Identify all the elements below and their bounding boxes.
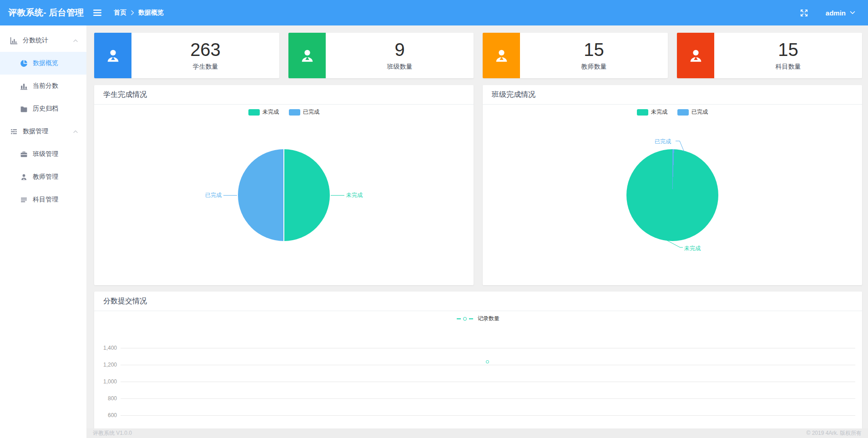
line-data-point[interactable] — [486, 360, 489, 363]
class-completion-chart: 未完成 已完成 已完成 未完成 — [483, 105, 862, 285]
score-submission-chart: 记录数量 1,4001,2001,000800600400 — [94, 311, 862, 438]
grid-line — [121, 415, 855, 416]
footer-copyright: © 2019 4Ark. 版权所有 — [806, 429, 862, 437]
sidebar: 分数统计 数据概览 当前分数 — [0, 25, 86, 438]
user-menu[interactable]: admin — [826, 9, 855, 17]
label-leader-line — [676, 140, 686, 153]
label-leader-line — [331, 195, 344, 196]
chart-title: 班级完成情况 — [483, 85, 862, 105]
sidebar-item-history-archive[interactable]: 历史归档 — [0, 97, 86, 120]
legend-item[interactable]: 未完成 — [248, 108, 279, 116]
y-axis-tick: 1,000 — [99, 378, 117, 385]
legend-line-marker — [457, 318, 461, 319]
person-icon — [483, 33, 520, 78]
sidebar-item-data-overview[interactable]: 数据概览 — [0, 52, 86, 75]
content-area: 263 学生数量 9 班级数量 — [86, 25, 868, 438]
legend-circle-marker — [463, 317, 467, 321]
header-right: admin — [800, 9, 868, 17]
y-axis-tick: 1,200 — [99, 362, 117, 368]
sidebar-item-label: 班级管理 — [33, 150, 58, 158]
hamburger-icon[interactable] — [93, 9, 102, 16]
breadcrumb: 首页 数据概览 — [114, 9, 164, 17]
legend-item[interactable]: 已完成 — [677, 108, 708, 116]
students-count-label: 学生数量 — [193, 63, 218, 71]
bar-chart-icon — [10, 37, 18, 45]
sidebar-item-label: 科目管理 — [33, 196, 58, 204]
breadcrumb-home[interactable]: 首页 — [114, 9, 126, 17]
score-submission-card: 分数提交情况 记录数量 1,4001,2001,000800600400 — [94, 292, 862, 438]
person-icon — [20, 173, 28, 181]
legend-item[interactable]: 已完成 — [289, 108, 319, 116]
subjects-count: 15 — [778, 40, 798, 59]
sidebar-item-current-scores[interactable]: 当前分数 — [0, 75, 86, 97]
chart-legend: 未完成 已完成 — [483, 108, 862, 116]
sidebar-item-label: 教师管理 — [33, 173, 58, 181]
teachers-count: 15 — [584, 40, 604, 59]
pie-chart[interactable] — [238, 149, 330, 241]
chevron-down-icon — [850, 11, 855, 15]
footer: 评教系统 V1.0.0 © 2019 4Ark. 版权所有 — [86, 428, 868, 438]
sidebar-section-score-stats[interactable]: 分数统计 — [0, 29, 86, 52]
pie-chart[interactable] — [626, 149, 718, 241]
label-leader-line — [666, 239, 683, 249]
column-chart-icon — [20, 82, 28, 90]
subjects-count-label: 科目数量 — [776, 63, 801, 71]
grid-line — [121, 365, 855, 365]
pie-slice-label: 已完成 — [655, 138, 671, 146]
sidebar-item-label: 历史归档 — [33, 105, 58, 113]
person-icon — [94, 33, 131, 78]
person-icon — [288, 33, 326, 78]
students-count: 263 — [190, 40, 221, 59]
grid-line — [121, 398, 855, 399]
chevron-right-icon — [131, 10, 134, 15]
briefcase-icon — [20, 151, 28, 158]
student-completion-card: 学生完成情况 未完成 已完成 已完成 未完成 — [94, 85, 474, 285]
person-icon — [677, 33, 714, 78]
legend-swatch — [637, 109, 648, 116]
chart-title: 学生完成情况 — [94, 85, 474, 105]
fullscreen-icon[interactable] — [800, 9, 808, 17]
chart-title: 分数提交情况 — [94, 292, 862, 311]
chevron-up-icon — [73, 39, 78, 43]
label-leader-line — [223, 195, 237, 196]
sidebar-item-teacher-management[interactable]: 教师管理 — [0, 166, 86, 188]
stat-card-classes: 9 班级数量 — [288, 33, 474, 78]
pie-slice-label: 未完成 — [684, 245, 701, 252]
sidebar-section-label: 数据管理 — [23, 127, 48, 136]
grid-line — [121, 382, 855, 382]
sidebar-item-class-management[interactable]: 班级管理 — [0, 143, 86, 166]
legend-swatch — [248, 109, 260, 116]
sidebar-section-data-management[interactable]: 数据管理 — [0, 120, 86, 143]
pie-slice-label: 未完成 — [346, 191, 363, 199]
archive-folder-icon — [20, 105, 28, 113]
grid-line — [121, 348, 855, 348]
student-completion-chart: 未完成 已完成 已完成 未完成 — [94, 105, 474, 285]
app-root: 评教系统- 后台管理 首页 数据概览 admin — [0, 0, 868, 438]
stat-card-subjects: 15 科目数量 — [677, 33, 862, 78]
class-completion-card: 班级完成情况 未完成 已完成 已完成 未完成 — [483, 85, 862, 285]
app-title: 评教系统- 后台管理 — [0, 7, 86, 19]
top-header: 评教系统- 后台管理 首页 数据概览 admin — [0, 0, 868, 25]
sidebar-item-label: 数据概览 — [33, 59, 58, 67]
breadcrumb-current: 数据概览 — [138, 9, 164, 17]
legend-swatch — [677, 109, 689, 116]
stat-card-students: 263 学生数量 — [94, 33, 279, 78]
legend-item[interactable]: 未完成 — [637, 108, 667, 116]
pie-chart-icon — [20, 60, 28, 67]
y-axis-tick: 1,400 — [99, 345, 117, 351]
classes-count: 9 — [394, 40, 404, 59]
legend-line-marker — [469, 318, 473, 319]
subjects-list-icon — [20, 196, 28, 204]
legend-item[interactable]: 记录数量 — [457, 315, 500, 322]
y-axis-tick: 800 — [99, 395, 117, 402]
classes-count-label: 班级数量 — [387, 63, 413, 71]
stat-card-teachers: 15 教师数量 — [483, 33, 668, 78]
sidebar-section-label: 分数统计 — [23, 36, 48, 45]
pie-slice-label: 已完成 — [202, 191, 222, 199]
chart-legend: 记录数量 — [94, 311, 862, 322]
chevron-up-icon — [73, 130, 78, 134]
sidebar-item-label: 当前分数 — [33, 82, 58, 90]
sidebar-item-subject-management[interactable]: 科目管理 — [0, 188, 86, 211]
footer-version: 评教系统 V1.0.0 — [93, 429, 132, 437]
pie-charts-row: 学生完成情况 未完成 已完成 已完成 未完成 班级完成情况 — [94, 85, 862, 285]
